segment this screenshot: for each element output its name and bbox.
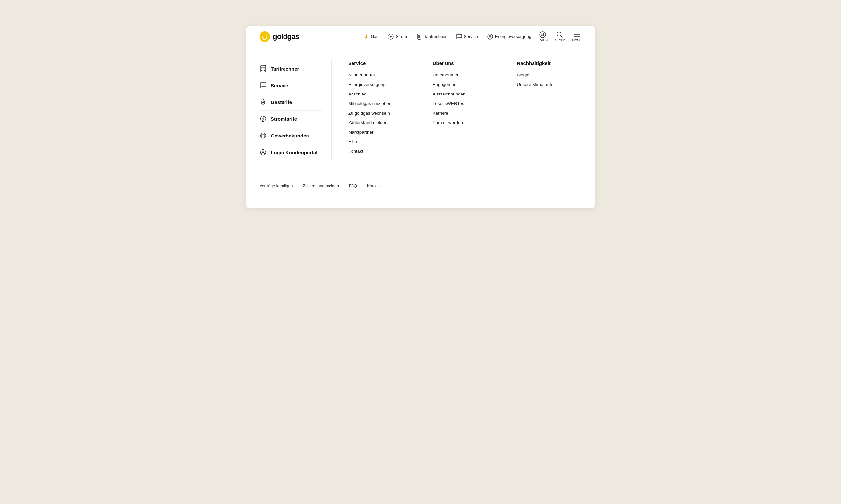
sidebar-item-tarifrechner-label: Tarifrechner <box>271 66 299 72</box>
sidebar-item-stromtarife-label: Stromtarife <box>271 116 297 122</box>
logo-text: goldgas <box>273 33 299 41</box>
chat-sq-icon <box>259 82 267 89</box>
svg-point-7 <box>419 36 419 37</box>
footer-link-kontakt[interactable]: Kontakt <box>367 184 381 188</box>
menu-layout: Tarifrechner Service <box>259 60 582 160</box>
chat-icon <box>456 34 462 40</box>
link-marktpartner[interactable]: Marktpartner <box>348 130 413 134</box>
link-lesenswerte[interactable]: LesensWERTes <box>433 101 497 106</box>
link-biogas[interactable]: Biogas <box>517 73 582 77</box>
svg-rect-5 <box>418 35 420 36</box>
nav-item-gas-label: Gas <box>371 34 379 39</box>
logo[interactable]: goldgas <box>259 32 299 42</box>
svg-point-26 <box>261 70 262 71</box>
link-kundenportal[interactable]: Kundenportal <box>348 73 413 77</box>
svg-point-6 <box>418 36 418 37</box>
building-sq-icon <box>259 132 267 139</box>
search-label: SUCHE <box>554 39 565 42</box>
nav-item-energieversorgung[interactable]: Energieversorgung <box>487 34 531 40</box>
link-abschlag[interactable]: Abschlag <box>348 92 413 96</box>
columns-area: Service Kundenportal Energieversorgung A… <box>332 60 582 160</box>
search-button[interactable]: SUCHE <box>554 32 565 42</box>
svg-point-9 <box>418 37 418 38</box>
nav-item-strom-label: Strom <box>396 34 407 39</box>
nav-item-tarifrechner-label: Tarifrechner <box>424 34 447 39</box>
nav-item-energieversorgung-label: Energieversorgung <box>495 34 531 39</box>
column-service: Service Kundenportal Energieversorgung A… <box>348 60 413 160</box>
hamburger-icon <box>573 32 580 38</box>
svg-point-15 <box>542 33 544 35</box>
svg-point-28 <box>264 70 265 71</box>
svg-point-8 <box>420 36 420 37</box>
login-person-icon <box>539 32 546 38</box>
link-karriere[interactable]: Karriere <box>433 111 497 115</box>
link-kontakt[interactable]: Kontakt <box>348 149 413 154</box>
column-service-links: Kundenportal Energieversorgung Abschlag … <box>348 73 413 154</box>
nav-item-tarifrechner[interactable]: Tarifrechner <box>416 34 447 40</box>
svg-point-16 <box>557 32 561 36</box>
login-button[interactable]: Login <box>538 32 548 42</box>
link-zaehlerstand-melden[interactable]: Zählerstand melden <box>348 120 413 125</box>
circle-bolt-icon <box>388 34 394 40</box>
svg-point-29 <box>260 116 266 122</box>
svg-line-17 <box>561 36 562 37</box>
column-ueber-uns-links: Unternehmen Engagement Auszeichnungen Le… <box>433 73 497 125</box>
link-zu-goldgas-wechseln[interactable]: Zu goldgas wechseln <box>348 111 413 115</box>
flame-icon <box>363 34 369 40</box>
sidebar-item-gewerbekunden-label: Gewerbekunden <box>271 133 309 139</box>
calculator-icon <box>416 34 422 40</box>
svg-point-23 <box>261 69 262 69</box>
nav-items: Gas Strom <box>363 34 531 40</box>
nav-item-service[interactable]: Service <box>456 34 478 40</box>
sidebar-nav: Tarifrechner Service <box>259 60 332 160</box>
svg-point-33 <box>260 150 266 155</box>
person-sq-icon <box>259 149 267 156</box>
nav-item-strom[interactable]: Strom <box>388 34 407 40</box>
column-ueber-uns-title: Über uns <box>433 60 497 66</box>
menu-button[interactable]: MENÜ <box>572 32 582 42</box>
column-nachhaltigkeit: Nachhaltigkeit Biogas Unsere Klimatarife <box>517 60 582 160</box>
link-unternehmen[interactable]: Unternehmen <box>433 73 497 77</box>
svg-point-24 <box>263 69 263 69</box>
column-nachhaltigkeit-links: Biogas Unsere Klimatarife <box>517 73 582 87</box>
sidebar-item-tarifrechner[interactable]: Tarifrechner <box>259 60 322 77</box>
link-unsere-klimatarife[interactable]: Unsere Klimatarife <box>517 82 582 87</box>
link-energieversorgung[interactable]: Energieversorgung <box>348 82 413 87</box>
search-icon <box>556 32 563 38</box>
svg-point-25 <box>264 69 265 69</box>
link-mit-goldgas-umziehen[interactable]: Mit goldgas umziehen <box>348 101 413 106</box>
footer-link-faq[interactable]: FAQ <box>349 184 357 188</box>
sidebar-item-login-kundenportal-label: Login Kundenportal <box>271 150 317 155</box>
sidebar-item-stromtarife[interactable]: Stromtarife <box>259 111 322 127</box>
sidebar-item-service[interactable]: Service <box>259 77 322 94</box>
svg-point-27 <box>263 70 263 71</box>
svg-point-10 <box>419 37 419 38</box>
menu-label: MENÜ <box>572 39 582 42</box>
nav-item-service-label: Service <box>464 34 478 39</box>
link-auszeichnungen[interactable]: Auszeichnungen <box>433 92 497 96</box>
main-content: Tarifrechner Service <box>246 47 595 208</box>
svg-point-11 <box>420 37 420 38</box>
nav-actions: Login SUCHE MENÜ <box>538 32 582 42</box>
sidebar-item-gewerbekunden[interactable]: Gewerbekunden <box>259 127 322 144</box>
sidebar-item-service-label: Service <box>271 83 288 88</box>
footer-links: Verträge kündigen Zählerstand melden FAQ… <box>259 174 582 188</box>
link-hilfe[interactable]: Hilfe <box>348 139 413 144</box>
link-engagement[interactable]: Engagement <box>433 82 497 87</box>
column-service-title: Service <box>348 60 413 66</box>
link-partner-werden[interactable]: Partner werden <box>433 120 497 125</box>
column-ueber-uns: Über uns Unternehmen Engagement Auszeich… <box>433 60 497 160</box>
column-nachhaltigkeit-title: Nachhaltigkeit <box>517 60 582 66</box>
browser-window: goldgas Gas St <box>246 26 595 208</box>
flame-sq-icon <box>259 98 267 106</box>
nav-item-gas[interactable]: Gas <box>363 34 379 40</box>
svg-point-34 <box>262 151 264 152</box>
circle-sq-icon <box>259 115 267 122</box>
sidebar-item-gastarife-label: Gastarife <box>271 100 292 105</box>
sidebar-item-login-kundenportal[interactable]: Login Kundenportal <box>259 144 322 160</box>
svg-rect-22 <box>261 66 265 68</box>
footer-link-vertraege-kuendigen[interactable]: Verträge kündigen <box>259 184 293 188</box>
person-circle-icon <box>487 34 493 40</box>
sidebar-item-gastarife[interactable]: Gastarife <box>259 94 322 111</box>
footer-link-zaehlerstand-melden[interactable]: Zählerstand melden <box>303 184 339 188</box>
